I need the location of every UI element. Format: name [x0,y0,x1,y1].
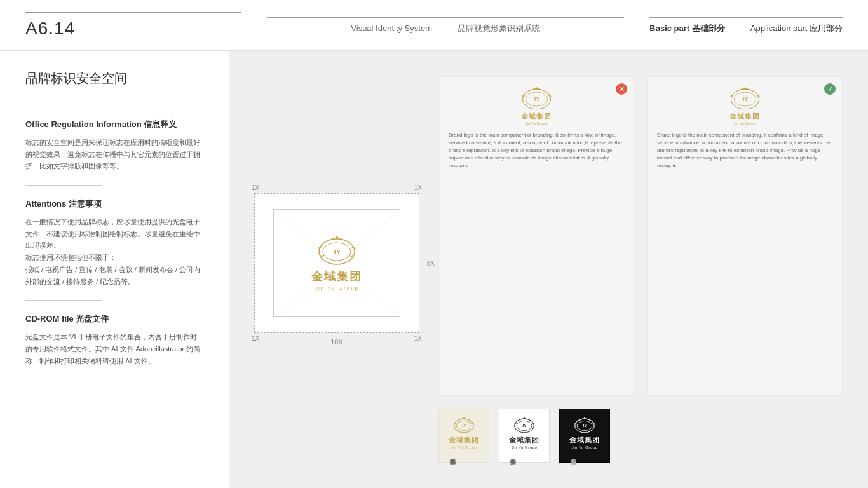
mini-logo-invert: JY 金域集团 Jin Yu Group [569,417,600,449]
brand-sub-right: Jin Yu Group [734,121,756,125]
svg-text:JY: JY [522,424,527,428]
mini-emblem-black: JY [512,417,536,435]
mini-name-black: 金域集团 [509,435,539,445]
header-right: Basic part 基础部分 Application part 应用部分 [649,17,843,34]
section-office: Office Regulation Information 信息释义 标志的安全… [25,119,203,172]
svg-point-13 [743,87,745,89]
status-icon-right: ✓ [824,83,836,95]
right-side: ✕ JY 金域集团 J [438,76,843,463]
left-panel: 品牌标识安全空间 Office Regulation Information 信… [0,51,229,488]
section-attentions-desc: 在一般情况下使用品牌标志，应尽量使用提供的光盘电子文件，不建议使用标准制图绘制标… [25,216,203,287]
corner-label-tl: 1X [252,184,259,191]
svg-text:JY: JY [583,424,587,428]
svg-point-25 [584,417,585,419]
mini-sub-gold: Jin Yu Group [451,445,477,449]
section-attentions: Attentions 注意事项 在一般情况下使用品牌标志，应尽量使用提供的光盘电… [25,198,203,287]
mini-logo-gold: JY 金域集团 Jin Yu Group [449,417,479,449]
header-center: Visual Identity System 品牌视觉形象识别系统 [267,17,624,34]
mini-logo-black: JY 金域集团 Jin Yu Group [509,417,539,449]
brand-desc-right: Brand logo is the main component of bran… [657,132,832,170]
main-content: 品牌标识安全空间 Office Regulation Information 信… [0,51,868,488]
right-panel: 1X 1X 1X 1X 8X [229,51,868,488]
page-number: A6.14 [25,18,75,38]
svg-text:JY: JY [462,424,466,428]
status-icon-wrong: ✕ [616,83,627,95]
section-attentions-title: Attentions 注意事项 [25,198,203,210]
logo-demo-container: 1X 1X 1X 1X 8X [254,76,419,463]
brand-logo-wrong: JY 金域集团 Jin Yu Group [449,86,624,125]
section-office-title: Office Regulation Information 信息释义 [25,119,203,130]
corner-label-bl: 1X [252,335,259,342]
brand-card-wrong: ✕ JY 金域集团 J [438,76,634,396]
side-label-right: 8X [427,260,435,267]
svg-point-21 [524,417,525,419]
divider-1 [25,185,102,186]
header: A6.14 Visual Identity System 品牌视觉形象识别系统 … [0,0,868,51]
color-row: JY 金域集团 Jin Yu Group 色彩稿安全空间 [438,409,843,463]
section-cdrom: CD-ROM file 光盘文件 光盘文件是本 VI 手册电子文件的集合，内含手… [25,313,203,367]
nav-center-1[interactable]: Visual Identity System [351,24,432,33]
header-left: A6.14 [25,12,241,39]
svg-text:JY: JY [533,97,539,102]
brand-emblem-right: JY [728,86,763,112]
color-card-invert: JY 金域集团 Jin Yu Group 反白稿安全空间 [559,409,610,463]
bottom-label: 10X [330,338,343,346]
section-cdrom-title: CD-ROM file 光盘文件 [25,313,203,325]
diagonal-lines [274,210,401,318]
brand-name-right: 金域集团 [729,112,760,121]
mini-emblem-invert: JY [573,417,597,435]
corner-label-br: 1X [414,335,422,342]
brand-examples: ✕ JY 金域集团 J [438,76,843,396]
nav-right-basic[interactable]: Basic part 基础部分 [649,23,724,34]
mini-sub-black: Jin Yu Group [512,445,538,449]
svg-point-17 [463,417,465,419]
brand-name-wrong: 金域集团 [521,112,552,121]
logo-safety-box: 1X 1X 1X 1X 8X [254,193,419,333]
color-card-gold: JY 金域集团 Jin Yu Group 色彩稿安全空间 [438,409,489,463]
nav-center-2[interactable]: 品牌视觉形象识别系统 [458,23,540,34]
section-cdrom-desc: 光盘文件是本 VI 手册电子文件的集合，内含手册制作时的专用软件格式文件。其中 … [25,331,203,367]
svg-point-9 [535,87,537,89]
brand-desc-wrong: Brand logo is the main component of bran… [449,132,624,170]
logo-inner-box: JY 金域集团 Jin Yu Group [273,209,400,317]
section-title-main: 品牌标识安全空间 [25,70,203,100]
corner-label-tr: 1X [414,184,422,191]
mini-name-invert: 金域集团 [569,435,600,445]
nav-right-application[interactable]: Application part 应用部分 [750,23,843,34]
brand-card-right: ✓ JY 金域集团 J [647,76,843,396]
content-grid: 1X 1X 1X 1X 8X [254,76,843,463]
divider-2 [25,300,102,301]
color-card-black: JY 金域集团 Jin Yu Group 墨稿安全空间 [499,409,550,463]
mini-name-gold: 金域集团 [449,435,479,445]
brand-sub-wrong: Jin Yu Group [526,121,548,125]
svg-text:JY: JY [742,97,748,102]
mini-sub-invert: Jin Yu Group [572,445,598,449]
section-office-desc: 标志的安全空间是用来保证标志在应用时的清晰度和最好的视觉效果，避免标志在传播中与… [25,137,203,172]
brand-logo-right: JY 金域集团 Jin Yu Group [657,86,832,125]
brand-emblem-wrong: JY [519,86,554,112]
mini-emblem-gold: JY [452,417,476,435]
